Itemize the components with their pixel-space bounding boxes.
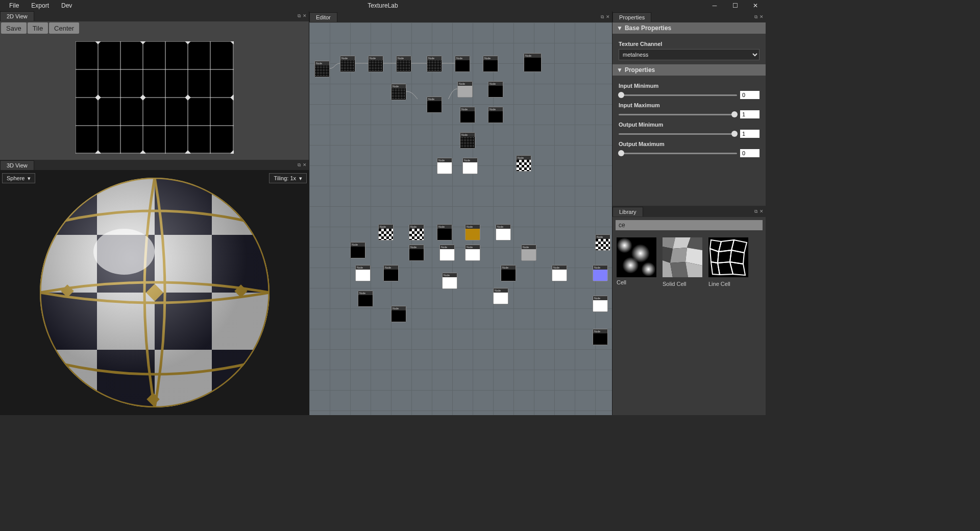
window-controls: ─ ☐ ✕: [704, 0, 766, 11]
editor-node[interactable]: Node: [442, 273, 457, 289]
editor-node[interactable]: Node: [455, 56, 470, 72]
editor-node[interactable]: Node: [465, 245, 480, 261]
center-button[interactable]: Center: [49, 22, 79, 34]
output-max-label: Output Maximum: [619, 141, 760, 147]
editor-node[interactable]: Node: [396, 56, 411, 72]
editor-node[interactable]: Node: [593, 296, 608, 312]
editor-node[interactable]: Node: [383, 265, 399, 281]
editor-node[interactable]: Node: [437, 224, 452, 240]
base-properties-header[interactable]: ▼Base Properties: [612, 22, 766, 34]
input-max-slider[interactable]: [619, 114, 737, 115]
editor-node[interactable]: Node: [409, 245, 424, 261]
editor-node[interactable]: Node: [493, 288, 508, 304]
editor-tab[interactable]: Editor: [309, 12, 337, 22]
editor-node[interactable]: Node: [593, 329, 608, 345]
editor-node[interactable]: Node: [391, 306, 406, 322]
editor-node[interactable]: Node: [391, 84, 406, 100]
view3d-canvas[interactable]: [0, 170, 309, 415]
popout-icon[interactable]: ⧉: [601, 14, 604, 20]
close-icon[interactable]: ✕: [606, 14, 610, 20]
input-min-slider[interactable]: [619, 94, 737, 96]
editor-node[interactable]: Node: [595, 234, 610, 251]
output-max-slider[interactable]: [619, 153, 737, 154]
popout-icon[interactable]: ⧉: [298, 13, 301, 19]
editor-node[interactable]: Node: [521, 245, 536, 261]
editor-node[interactable]: Node: [524, 53, 542, 72]
properties-header[interactable]: ▼Properties: [612, 64, 766, 76]
output-min-slider[interactable]: [619, 133, 737, 135]
menu-dev[interactable]: Dev: [56, 1, 77, 10]
close-icon[interactable]: ✕: [303, 13, 307, 19]
library-item-line-cell[interactable]: Line Cell: [708, 237, 748, 287]
svg-marker-50: [670, 262, 688, 277]
tile-button[interactable]: Tile: [28, 22, 48, 34]
tiling-dropdown[interactable]: Tiling: 1x▾: [269, 173, 307, 183]
editor-node[interactable]: Node: [427, 96, 442, 113]
editor-node[interactable]: Node: [437, 158, 452, 174]
close-icon[interactable]: ✕: [760, 14, 764, 20]
view2d-panel: Save Tile Center: [0, 21, 309, 160]
editor-node[interactable]: Node: [488, 107, 503, 123]
editor-node[interactable]: Node: [409, 224, 424, 240]
editor-node[interactable]: Node: [501, 265, 516, 281]
output-min-value[interactable]: [740, 130, 760, 138]
editor-node[interactable]: Node: [355, 265, 371, 281]
close-icon[interactable]: ✕: [303, 162, 307, 168]
chevron-down-icon: ▾: [28, 175, 31, 182]
editor-node[interactable]: Node: [457, 81, 473, 98]
close-icon[interactable]: ✕: [760, 209, 764, 214]
library-item-solid-cell[interactable]: Solid Cell: [663, 237, 702, 287]
input-min-value[interactable]: [740, 91, 760, 99]
editor-node[interactable]: Node: [516, 155, 531, 172]
editor-node[interactable]: Node: [368, 56, 383, 72]
library-item-label: Solid Cell: [663, 281, 702, 287]
node-editor[interactable]: NodeNodeNodeNodeNodeNodeNodeNodeNodeNode…: [309, 22, 612, 415]
library-item-cell[interactable]: Cell: [617, 237, 656, 287]
maximize-button[interactable]: ☐: [725, 0, 745, 11]
menu-file[interactable]: File: [4, 1, 24, 10]
editor-node[interactable]: Node: [378, 224, 394, 240]
editor-node[interactable]: Node: [483, 56, 498, 72]
library-item-label: Cell: [617, 279, 656, 285]
editor-node[interactable]: Node: [358, 291, 373, 307]
editor-node[interactable]: Node: [427, 56, 442, 72]
minimize-button[interactable]: ─: [704, 0, 725, 11]
editor-node[interactable]: Node: [314, 61, 330, 77]
editor-node[interactable]: Node: [465, 224, 480, 240]
popout-icon[interactable]: ⧉: [754, 209, 757, 214]
library-tab-bar: Library ⧉ ✕: [612, 206, 766, 217]
editor-node[interactable]: Node: [488, 81, 503, 98]
editor-node[interactable]: Node: [460, 107, 475, 123]
editor-node[interactable]: Node: [552, 265, 567, 281]
view2d-tab[interactable]: 2D View: [0, 11, 34, 21]
editor-node[interactable]: Node: [439, 245, 455, 261]
popout-icon[interactable]: ⧉: [754, 14, 757, 20]
chevron-down-icon: ▼: [617, 66, 623, 74]
menu-export[interactable]: Export: [26, 1, 54, 10]
view3d-tab-bar: 3D View ⧉ ✕: [0, 160, 309, 170]
editor-node[interactable]: Node: [462, 158, 478, 174]
center-column: Editor ⧉ ✕ NodeNodeNodeNodeNodeNodeNodeN…: [309, 11, 612, 415]
library-item-label: Line Cell: [708, 281, 748, 287]
library-search-input[interactable]: [616, 220, 763, 230]
editor-node[interactable]: Node: [460, 132, 475, 149]
close-button[interactable]: ✕: [745, 0, 766, 11]
properties-tab[interactable]: Properties: [612, 12, 651, 22]
texture-channel-select[interactable]: metalness: [619, 49, 760, 60]
view2d-tab-bar: 2D View ⧉ ✕: [0, 11, 309, 21]
view2d-canvas[interactable]: [0, 35, 309, 160]
view3d-tab[interactable]: 3D View: [0, 160, 34, 170]
right-column: Properties ⧉ ✕ ▼Base Properties Texture …: [612, 11, 766, 415]
shape-dropdown[interactable]: Sphere▾: [2, 173, 35, 183]
editor-node[interactable]: Node: [340, 56, 355, 72]
editor-node[interactable]: Node: [496, 224, 511, 240]
editor-node[interactable]: Node: [593, 265, 608, 281]
popout-icon[interactable]: ⧉: [298, 162, 301, 168]
view3d-panel: Sphere▾ Tiling: 1x▾: [0, 170, 309, 415]
editor-tab-bar: Editor ⧉ ✕: [309, 11, 612, 22]
input-max-value[interactable]: [740, 110, 760, 118]
library-tab[interactable]: Library: [612, 207, 643, 216]
save-button[interactable]: Save: [1, 22, 27, 34]
output-max-value[interactable]: [740, 149, 760, 157]
editor-node[interactable]: Node: [350, 242, 365, 258]
